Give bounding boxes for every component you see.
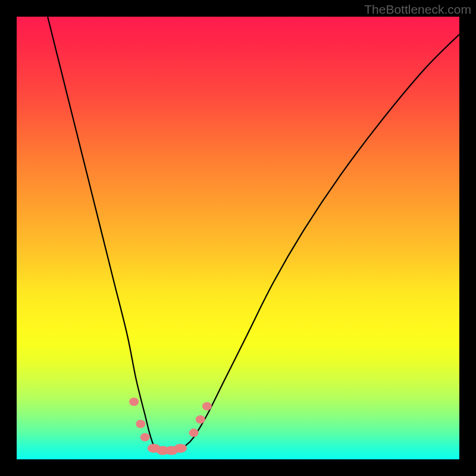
marker-group — [129, 397, 212, 455]
plot-area — [17, 17, 459, 459]
curve-marker — [174, 444, 187, 453]
bottleneck-curve — [48, 17, 459, 451]
outer-frame: TheBottleneck.com — [0, 0, 476, 476]
curve-marker — [189, 428, 199, 437]
curve-marker — [140, 433, 150, 441]
curve-marker — [129, 397, 139, 406]
curve-path-group — [48, 17, 459, 451]
attribution-text: TheBottleneck.com — [364, 2, 471, 17]
curve-marker — [196, 415, 205, 424]
curve-marker — [136, 419, 145, 428]
curve-marker — [202, 402, 212, 411]
chart-svg — [17, 17, 459, 459]
